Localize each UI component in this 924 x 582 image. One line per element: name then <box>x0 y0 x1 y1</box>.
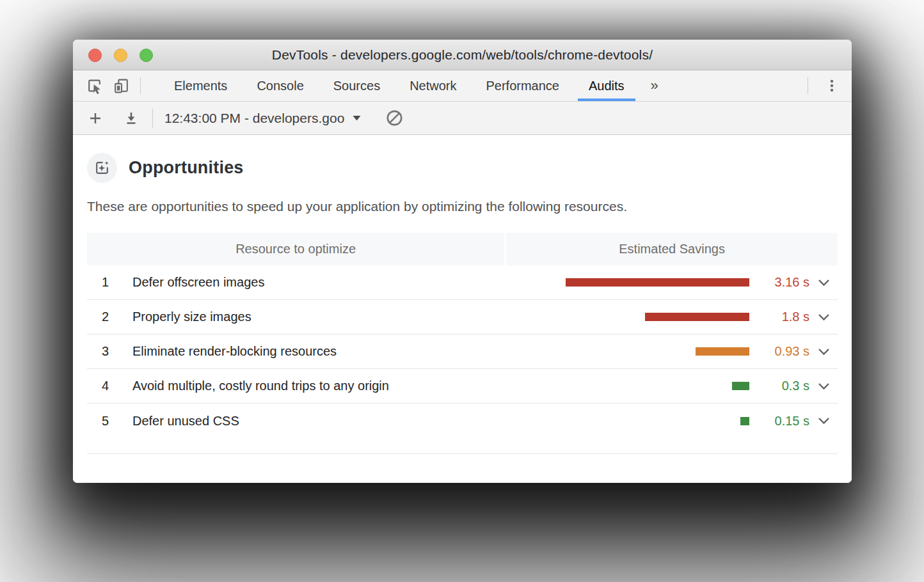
savings-value: 0.15 s <box>749 414 809 429</box>
savings-bar <box>696 347 749 356</box>
savings-value: 0.3 s <box>749 379 809 393</box>
section-divider <box>87 453 838 454</box>
savings-bar-cell <box>562 278 749 287</box>
kebab-menu-icon[interactable] <box>818 78 845 93</box>
zoom-button[interactable] <box>139 49 153 62</box>
screenshot-stage: DevTools - developers.google.com/web/too… <box>0 0 924 582</box>
row-number: 3 <box>87 344 132 359</box>
row-number: 5 <box>87 414 132 429</box>
clear-audits-icon[interactable] <box>381 109 408 127</box>
new-audit-plus-icon[interactable] <box>82 110 109 127</box>
opportunities-section-header: Opportunities <box>87 153 838 183</box>
row-title: Defer unused CSS <box>132 414 562 429</box>
savings-bar-cell <box>562 382 749 390</box>
row-number: 4 <box>87 379 132 393</box>
savings-bar <box>645 313 749 321</box>
toolbar-separator <box>140 77 141 94</box>
table-body: 1 Defer offscreen images 3.16 s 2 Proper… <box>87 265 838 438</box>
opportunity-row[interactable]: 4 Avoid multiple, costly round trips to … <box>87 369 838 404</box>
tabbar-right <box>797 70 845 101</box>
tab-network[interactable]: Network <box>399 70 467 101</box>
devtools-tabbar: Elements Console Sources Network Perform… <box>73 70 852 102</box>
panel-tabs: Elements Console Sources Network Perform… <box>159 70 670 101</box>
tab-label: Sources <box>333 79 380 93</box>
tab-label: Elements <box>174 79 227 93</box>
opportunity-row[interactable]: 5 Defer unused CSS 0.15 s <box>87 404 838 438</box>
more-tabs-chevron[interactable]: » <box>643 70 666 101</box>
toolbar-separator <box>152 109 153 128</box>
column-header-savings: Estimated Savings <box>506 233 838 265</box>
audit-session-label: 12:43:00 PM - developers.goo <box>164 111 344 126</box>
opportunity-row[interactable]: 3 Eliminate render-blocking resources 0.… <box>87 334 838 369</box>
download-report-icon[interactable] <box>118 110 145 127</box>
tab-label: Network <box>410 79 456 93</box>
expand-chevron-icon[interactable] <box>809 417 838 425</box>
column-header-resource: Resource to optimize <box>87 233 504 265</box>
expand-chevron-icon[interactable] <box>809 348 838 356</box>
opportunity-row[interactable]: 2 Properly size images 1.8 s <box>87 300 838 334</box>
row-title: Eliminate render-blocking resources <box>132 344 562 359</box>
savings-bar-cell <box>562 313 749 321</box>
savings-bar-cell <box>562 347 749 356</box>
tab-performance[interactable]: Performance <box>475 70 571 101</box>
tab-sources[interactable]: Sources <box>323 70 391 101</box>
savings-value: 0.93 s <box>749 344 809 359</box>
savings-value: 3.16 s <box>749 275 809 290</box>
row-number: 1 <box>87 275 132 290</box>
close-button[interactable] <box>88 49 102 62</box>
audits-toolbar: 12:43:00 PM - developers.goo <box>73 102 852 135</box>
row-title: Defer offscreen images <box>132 275 562 290</box>
tabbar-left-icons <box>73 70 147 101</box>
window-controls <box>88 40 153 70</box>
savings-bar <box>740 417 749 425</box>
row-title: Avoid multiple, costly round trips to an… <box>132 379 562 393</box>
savings-bar <box>732 382 749 390</box>
savings-bar-cell <box>562 417 749 425</box>
inspect-element-icon[interactable] <box>81 70 108 101</box>
tab-console[interactable]: Console <box>246 70 314 101</box>
chevron-down-caret-icon <box>352 114 362 122</box>
toolbar-separator <box>808 77 808 94</box>
minimize-button[interactable] <box>114 49 127 62</box>
audit-session-dropdown[interactable]: 12:43:00 PM - developers.goo <box>161 108 365 129</box>
opportunity-row[interactable]: 1 Defer offscreen images 3.16 s <box>87 265 838 300</box>
tab-elements[interactable]: Elements <box>163 70 238 101</box>
expand-chevron-icon[interactable] <box>809 382 838 390</box>
opportunities-icon <box>87 153 117 183</box>
window-title: DevTools - developers.google.com/web/too… <box>272 47 653 63</box>
tab-label: Performance <box>486 79 560 93</box>
row-title: Properly size images <box>132 310 562 324</box>
opportunities-table: Resource to optimize Estimated Savings 1… <box>87 233 838 438</box>
page-title: Opportunities <box>129 158 244 178</box>
savings-bar <box>566 278 749 287</box>
tab-audits[interactable]: Audits <box>578 70 635 101</box>
savings-value: 1.8 s <box>749 310 809 324</box>
expand-chevron-icon[interactable] <box>809 279 838 287</box>
window-titlebar: DevTools - developers.google.com/web/too… <box>73 40 852 70</box>
expand-chevron-icon[interactable] <box>809 313 838 321</box>
device-toolbar-icon[interactable] <box>108 70 134 101</box>
table-header: Resource to optimize Estimated Savings <box>87 233 838 265</box>
devtools-window: DevTools - developers.google.com/web/too… <box>73 40 852 483</box>
tab-label: Audits <box>589 79 625 93</box>
tab-label: Console <box>257 79 303 93</box>
tab-label: » <box>651 77 658 94</box>
row-number: 2 <box>87 310 132 324</box>
opportunities-description: These are opportunities to speed up your… <box>87 199 838 214</box>
audit-report-content: Opportunities These are opportunities to… <box>73 153 852 483</box>
